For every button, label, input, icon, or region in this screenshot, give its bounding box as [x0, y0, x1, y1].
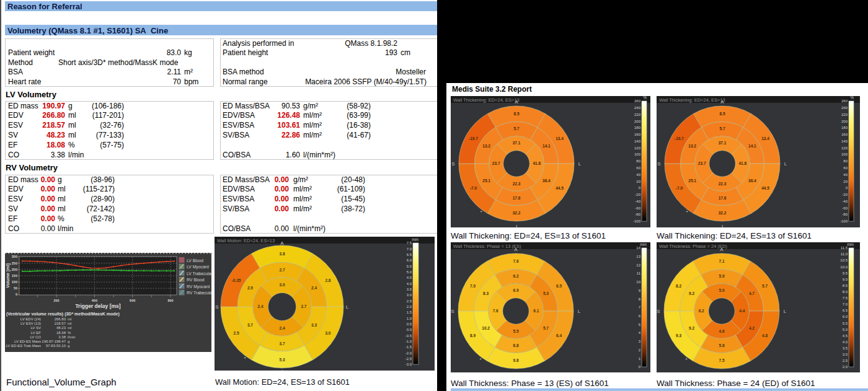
svg-text:14.1: 14.1 — [542, 144, 551, 148]
svg-text:5.7: 5.7 — [762, 284, 768, 288]
svg-text:5.3: 5.3 — [279, 358, 285, 362]
svg-text:8.9: 8.9 — [470, 333, 476, 338]
svg-text:7.6: 7.6 — [513, 259, 518, 263]
svg-text:6.8: 6.8 — [513, 343, 518, 348]
svg-text:Trigger delay [ms]: Trigger delay [ms] — [75, 303, 120, 309]
svg-text:14.1: 14.1 — [748, 144, 756, 148]
svg-text:2.7: 2.7 — [279, 268, 285, 272]
svg-text:3.5: 3.5 — [407, 288, 412, 291]
svg-text:-80: -80 — [842, 213, 848, 216]
svg-text:LV Trabeculae: LV Trabeculae — [187, 271, 211, 276]
svg-text:57.83-53.10: 57.83-53.10 — [46, 344, 66, 348]
svg-text:g: g — [68, 340, 69, 343]
svg-text:I: I — [515, 371, 516, 372]
svg-text:1.0: 1.0 — [407, 317, 412, 320]
svg-text:2.8: 2.8 — [325, 278, 330, 283]
svg-text:-19.7: -19.7 — [469, 136, 478, 141]
svg-text:36.4: 36.4 — [542, 178, 551, 183]
svg-text:3.0: 3.0 — [279, 283, 285, 287]
svg-text:-40: -40 — [635, 200, 640, 203]
svg-text:A: A — [720, 99, 724, 105]
svg-text:ml: ml — [68, 322, 71, 325]
svg-text:%: % — [850, 96, 854, 100]
svg-text:48.23: 48.23 — [56, 326, 66, 330]
svg-text:3.5: 3.5 — [843, 346, 848, 350]
svg-text:140: 140 — [841, 139, 848, 143]
svg-text:6.9: 6.9 — [513, 288, 518, 292]
svg-text:5.0: 5.0 — [843, 328, 848, 332]
svg-text:LV ED-ES Trab Mass: LV ED-ES Trab Mass — [6, 344, 41, 348]
svg-text:80: 80 — [843, 159, 848, 163]
svg-text:-100: -100 — [840, 219, 848, 223]
svg-text:160: 160 — [634, 133, 641, 136]
svg-text:40: 40 — [843, 173, 848, 177]
svg-text:7.0: 7.0 — [843, 302, 848, 306]
svg-text:20: 20 — [843, 180, 848, 183]
svg-text:11.5: 11.5 — [841, 246, 848, 250]
svg-text:260: 260 — [841, 99, 848, 103]
svg-text:3.38: 3.38 — [58, 335, 66, 339]
svg-text:6.0: 6.0 — [407, 258, 412, 262]
svg-text:-20: -20 — [635, 193, 640, 196]
svg-text:13.2: 13.2 — [482, 144, 490, 148]
svg-text:-19.7: -19.7 — [675, 136, 684, 141]
svg-text:300: 300 — [12, 255, 17, 258]
svg-text:4.5: 4.5 — [407, 276, 412, 279]
svg-text:-0.35: -0.35 — [232, 278, 241, 283]
svg-text:0.0: 0.0 — [407, 328, 412, 332]
svg-text:L: L — [784, 161, 787, 167]
svg-text:37.1: 37.1 — [719, 141, 727, 145]
svg-text:-3.0: -3.0 — [405, 362, 412, 366]
svg-text:I: I — [281, 369, 283, 371]
svg-text:4.8: 4.8 — [762, 333, 768, 338]
svg-text:60: 60 — [843, 166, 848, 170]
svg-text:18.08: 18.08 — [56, 331, 66, 335]
svg-text:2.4: 2.4 — [258, 304, 264, 309]
svg-text:7.0: 7.0 — [407, 247, 412, 251]
svg-text:A: A — [720, 247, 724, 252]
svg-text:100: 100 — [841, 152, 848, 156]
svg-text:5.7: 5.7 — [543, 326, 549, 330]
svg-text:266.80: 266.80 — [55, 317, 66, 321]
svg-text:Volume [ml]: Volume [ml] — [6, 263, 11, 288]
svg-text:400: 400 — [92, 299, 97, 302]
svg-text:32.2: 32.2 — [513, 211, 521, 215]
svg-text:L: L — [578, 161, 582, 167]
svg-text:25.1: 25.1 — [688, 178, 696, 183]
svg-text:5.0: 5.0 — [407, 270, 412, 274]
svg-text:-1.0: -1.0 — [405, 340, 412, 343]
svg-text:100: 100 — [12, 280, 17, 284]
svg-text:I: I — [722, 224, 723, 227]
svg-text:180: 180 — [634, 126, 641, 130]
svg-text:200: 200 — [54, 299, 60, 302]
svg-text:23.7: 23.7 — [698, 161, 706, 165]
svg-text:3.0: 3.0 — [407, 293, 412, 297]
svg-text:3.7: 3.7 — [247, 323, 253, 327]
svg-text:60: 60 — [636, 166, 640, 170]
svg-text:40: 40 — [636, 173, 640, 177]
svg-text:37.1: 37.1 — [513, 141, 521, 145]
svg-text:I: I — [721, 371, 722, 372]
svg-text:S: S — [215, 304, 218, 310]
svg-text:6.0: 6.0 — [843, 315, 848, 319]
svg-text:190.97-198.47: 190.97-198.47 — [42, 340, 66, 343]
svg-text:9.2: 9.2 — [689, 291, 694, 296]
svg-text:6.2: 6.2 — [513, 274, 518, 278]
svg-text:4.2: 4.2 — [749, 326, 755, 330]
svg-text:260: 260 — [634, 99, 641, 103]
svg-text:13.2: 13.2 — [688, 144, 696, 148]
svg-text:LV ED-ES Mass: LV ED-ES Mass — [14, 340, 41, 343]
svg-text:-20: -20 — [842, 193, 848, 196]
svg-text:10.5: 10.5 — [840, 258, 848, 262]
svg-text:250: 250 — [12, 261, 17, 265]
svg-text:2.5: 2.5 — [407, 299, 412, 303]
svg-text:mm: mm — [640, 242, 647, 247]
svg-text:12: 12 — [636, 263, 640, 267]
svg-text:7.0: 7.0 — [470, 284, 476, 288]
svg-text:120: 120 — [841, 146, 848, 150]
svg-text:S: S — [657, 309, 660, 314]
svg-text:g: g — [68, 344, 69, 348]
svg-text:3.8: 3.8 — [279, 252, 285, 256]
svg-text:80: 80 — [636, 159, 640, 163]
svg-text:140: 140 — [634, 139, 641, 143]
